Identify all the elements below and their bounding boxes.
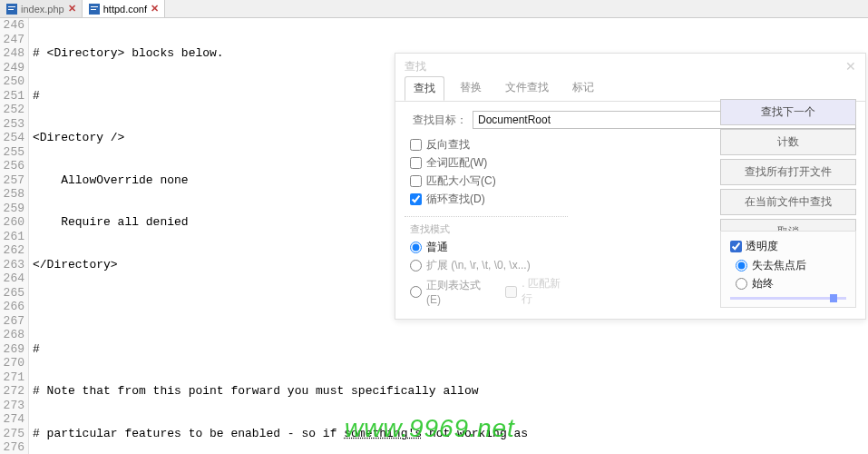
svg-rect-5 [91,9,96,10]
find-tab-bar: 查找 替换 文件查找 标记 [395,76,865,101]
svg-rect-1 [8,6,15,7]
php-file-icon [5,3,18,15]
tab-httpd-conf[interactable]: httpd.conf ✕ [83,0,165,17]
always-radio[interactable] [736,278,747,290]
mode-regex-radio[interactable] [410,286,422,298]
tab-find[interactable]: 查找 [405,76,444,101]
svg-rect-2 [8,9,14,10]
find-dialog: 查找 ✕ 查找 替换 文件查找 标记 查找目标： 反向查找 全词匹配(W) 匹配… [395,53,866,320]
line-number-gutter: 2462472482492502512522532542552562572582… [0,18,29,454]
tab-mark[interactable]: 标记 [564,76,602,101]
search-mode-label: 查找模式 [405,222,568,236]
tab-label: index.php [21,4,64,15]
editor-tabs: index.php ✕ httpd.conf ✕ [0,0,868,18]
tab-label: httpd.conf [103,4,147,15]
tab-find-in-files[interactable]: 文件查找 [497,76,557,101]
transparency-panel: 透明度 失去焦点后 始终 [720,231,856,308]
dialog-title: 查找 [405,59,426,74]
count-button[interactable]: 计数 [720,129,856,155]
transparency-checkbox[interactable] [730,241,742,252]
match-case-checkbox[interactable] [410,175,422,187]
whole-word-checkbox[interactable] [410,157,422,169]
mode-normal-radio[interactable] [410,242,422,253]
find-all-current-button[interactable]: 在当前文件中查找 [720,189,856,215]
reverse-search-checkbox[interactable] [410,139,422,151]
transparency-slider[interactable] [730,297,846,300]
wrap-around-checkbox[interactable] [410,193,422,205]
dot-newline-checkbox [505,286,517,298]
svg-rect-4 [91,6,98,7]
close-icon[interactable]: ✕ [845,59,856,74]
on-lose-focus-radio[interactable] [736,260,747,271]
tab-replace[interactable]: 替换 [452,76,490,101]
close-icon[interactable]: ✕ [151,3,159,15]
conf-file-icon [88,3,101,15]
watermark: www.9969.net [345,414,515,443]
find-buttons: 查找下一个 计数 查找所有打开文件 在当前文件中查找 取消 [720,99,856,245]
mode-extended-radio[interactable] [410,260,422,271]
find-target-label: 查找目标： [405,113,473,128]
find-all-open-button[interactable]: 查找所有打开文件 [720,159,856,185]
find-next-button[interactable]: 查找下一个 [720,99,856,125]
tab-index-php[interactable]: index.php ✕ [0,0,83,17]
close-icon[interactable]: ✕ [68,3,76,15]
